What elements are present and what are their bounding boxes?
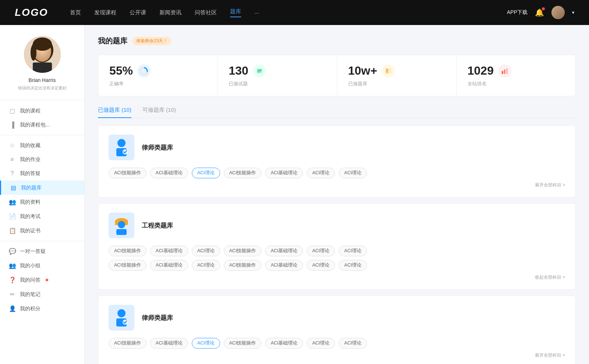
bank-tag[interactable]: ACI基础理论	[150, 338, 188, 349]
nav-discover[interactable]: 发现课程	[94, 9, 116, 16]
stat-done-top: 130	[229, 64, 325, 78]
nav-more[interactable]: ···	[254, 10, 259, 16]
sidebar-item-exam[interactable]: 📄 我的考试	[0, 209, 84, 224]
bank-tag[interactable]: ACI理论	[307, 246, 335, 256]
sidebar-menu: ▢ 我的课程 ▐ 我的课程包... ☆ 我的收藏 ≡ 我的作业 ? 我的答疑 ▤	[0, 104, 84, 316]
sidebar-label-favorites: 我的收藏	[20, 142, 40, 149]
sidebar-item-homework[interactable]: ≡ 我的作业	[0, 153, 84, 167]
sidebar-item-courses[interactable]: ▢ 我的课程	[0, 104, 84, 118]
nav-home[interactable]: 首页	[70, 9, 81, 16]
my-qa-dot	[46, 279, 48, 281]
bar-chart-icon	[501, 67, 508, 75]
sidebar-item-profile[interactable]: 👥 我的资料	[0, 195, 84, 209]
bank-tag[interactable]: ACI技能操作	[109, 168, 147, 178]
svg-point-21	[117, 139, 126, 147]
sidebar: Brian Harris 错误的决定比没有决定要好 ▢ 我的课程 ▐ 我的课程包…	[0, 25, 85, 364]
bank-tag[interactable]: ACI理论	[339, 246, 367, 256]
bank-tag[interactable]: ACI技能操作	[224, 168, 262, 178]
nav-open-course[interactable]: 公开课	[130, 9, 146, 16]
question-bank-icon: ▤	[10, 184, 17, 191]
bank-tag[interactable]: ACI理论	[339, 168, 367, 178]
trial-badge: 体验剩余23天！	[133, 37, 171, 45]
bank-tag[interactable]: ACI技能操作	[109, 246, 147, 256]
bank-title-3: 律师类题库	[142, 314, 173, 322]
stat-accuracy-value: 55%	[109, 64, 133, 78]
main-content: 我的题库 体验剩余23天！ 55% 正确率	[85, 25, 589, 364]
bank-tag[interactable]: ACI基础理论	[265, 168, 303, 178]
tab-done-banks[interactable]: 已做题库 (10)	[98, 107, 131, 118]
bank-tag[interactable]: ACI技能操作	[224, 260, 262, 271]
avatar[interactable]	[551, 6, 565, 19]
notification-bell[interactable]: 🔔	[535, 8, 544, 17]
sidebar-item-my-qa[interactable]: ❓ 我的问答	[0, 273, 84, 287]
exam-icon: 📄	[9, 213, 15, 220]
sidebar-item-favorites[interactable]: ☆ 我的收藏	[0, 138, 84, 153]
app-download-button[interactable]: APP下载	[507, 9, 528, 16]
bank-expand-1[interactable]: 展开全部科目 >	[109, 182, 565, 188]
engineer-figure-icon	[113, 216, 130, 235]
avatar-illustration	[24, 36, 61, 73]
bank-tag[interactable]: ACI基础理论	[265, 338, 303, 349]
bank-expand-3[interactable]: 展开全部科目 >	[109, 352, 565, 358]
stat-banks-label: 已做题库	[348, 81, 445, 87]
bank-tag[interactable]: ACI理论	[192, 246, 220, 256]
sidebar-label-question-bank: 我的题库	[21, 185, 42, 191]
svg-point-28	[117, 309, 126, 317]
nav-news[interactable]: 新闻资讯	[159, 9, 181, 16]
bank-tag[interactable]: ACI技能操作	[109, 338, 147, 349]
svg-rect-16	[386, 71, 388, 71]
sidebar-label-points: 我的积分	[20, 306, 40, 312]
sidebar-item-question-bank[interactable]: ▤ 我的题库	[0, 181, 84, 195]
accuracy-icon	[137, 64, 151, 78]
bank-tag[interactable]: ACI技能操作	[109, 260, 147, 271]
bank-title-text-1: 律师类题库	[142, 143, 173, 152]
notes-icon: ✏	[9, 291, 15, 298]
svg-rect-5	[33, 63, 52, 73]
svg-rect-10	[257, 69, 262, 70]
bank-tag[interactable]: ACI理论	[307, 338, 335, 349]
bank-tag[interactable]: ACI基础理论	[265, 246, 303, 256]
nav-question-bank[interactable]: 题库	[230, 8, 241, 17]
bank-tag[interactable]: ACI基础理论	[265, 260, 303, 271]
svg-rect-19	[504, 69, 505, 74]
bank-title-engineer: 工程类题库	[142, 221, 173, 230]
bank-tag[interactable]: ACI技能操作	[224, 338, 262, 349]
svg-rect-12	[257, 72, 260, 72]
tab-available-banks[interactable]: 可做题库 (10)	[142, 107, 176, 118]
nav-qa[interactable]: 问答社区	[195, 9, 217, 16]
bank-tag[interactable]: ACI理论	[339, 260, 367, 271]
profile-icon: 👥	[9, 199, 15, 206]
bank-tag[interactable]: ACI理论	[307, 260, 335, 271]
one-on-one-icon: 💬	[9, 248, 15, 255]
stat-ranking-value: 1029	[468, 64, 494, 78]
bank-tag-active[interactable]: ACI理论	[192, 338, 220, 349]
bank-tag[interactable]: ACI理论	[192, 260, 220, 271]
bank-collapse-engineer[interactable]: 收起全部科目 >	[109, 274, 565, 281]
sidebar-label-my-qa: 我的问答	[20, 277, 40, 283]
page-title: 我的题库	[98, 36, 127, 46]
sidebar-label-one-on-one: 一对一答疑	[20, 248, 46, 255]
bank-tag[interactable]: ACI基础理论	[150, 260, 188, 271]
bank-tag[interactable]: ACI基础理论	[150, 246, 188, 256]
bank-tag[interactable]: ACI基础理论	[150, 168, 188, 178]
sidebar-username: Brian Harris	[29, 77, 56, 83]
sidebar-item-one-on-one[interactable]: 💬 一对一答疑	[0, 244, 84, 258]
sidebar-item-group[interactable]: 👥 我的小组	[0, 258, 84, 273]
points-icon: 👤	[9, 305, 15, 312]
navbar: LOGO 首页 发现课程 公开课 新闻资讯 问答社区 题库 ··· APP下载 …	[0, 0, 589, 25]
bank-tag[interactable]: ACI技能操作	[224, 246, 262, 256]
avatar-dropdown-arrow[interactable]: ▾	[572, 10, 574, 15]
sidebar-item-course-packages[interactable]: ▐ 我的课程包...	[0, 118, 84, 132]
bank-card-lawyer-1: 律师类题库 ACI技能操作 ACI基础理论 ACI理论 ACI技能操作 ACI基…	[98, 125, 576, 197]
sidebar-label-group: 我的小组	[20, 263, 40, 269]
bank-tag[interactable]: ACI理论	[307, 168, 335, 178]
sidebar-label-profile: 我的资料	[20, 199, 40, 206]
bank-tag[interactable]: ACI理论	[339, 338, 367, 349]
svg-rect-15	[386, 69, 388, 70]
sidebar-item-notes[interactable]: ✏ 我的笔记	[0, 287, 84, 301]
sidebar-item-points[interactable]: 👤 我的积分	[0, 301, 84, 316]
sidebar-item-qa[interactable]: ? 我的答疑	[0, 167, 84, 181]
bank-card-engineer: 工程类题库 ACI技能操作 ACI基础理论 ACI理论 ACI技能操作 ACI基…	[98, 203, 576, 290]
bank-tag-active[interactable]: ACI理论	[192, 168, 220, 178]
sidebar-item-certificate[interactable]: 📋 我的证书	[0, 224, 84, 238]
